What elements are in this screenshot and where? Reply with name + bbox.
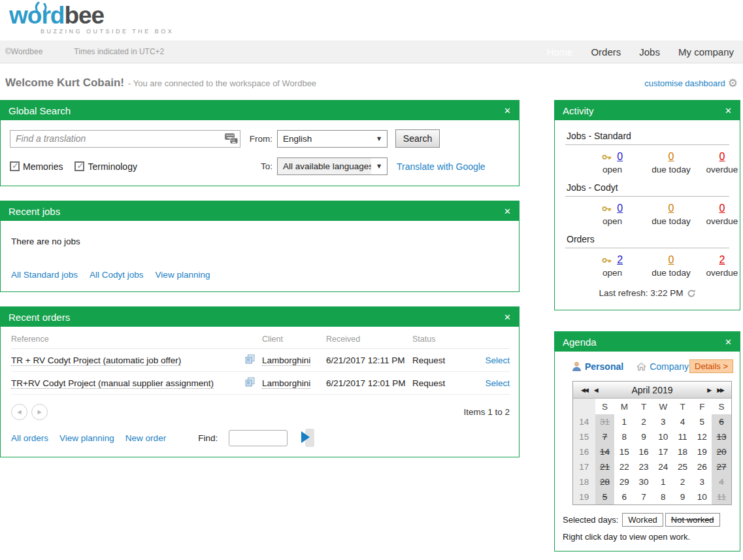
calendar-day[interactable]: 6 bbox=[712, 414, 731, 429]
calendar-day[interactable]: 8 bbox=[614, 429, 634, 444]
view-planning-link[interactable]: View planning bbox=[59, 433, 114, 443]
due-today-count-link[interactable]: 0 bbox=[669, 203, 674, 214]
calendar-day[interactable]: 9 bbox=[673, 489, 693, 504]
search-input[interactable] bbox=[10, 130, 240, 148]
due-today-count-link[interactable]: 0 bbox=[669, 151, 674, 162]
calendar-day[interactable]: 1 bbox=[653, 474, 673, 489]
checkbox-checked-icon[interactable] bbox=[10, 161, 20, 171]
prev-page-button[interactable]: ◀ bbox=[11, 404, 27, 420]
calendar-day[interactable]: 15 bbox=[614, 444, 634, 459]
close-icon[interactable]: ✕ bbox=[504, 206, 511, 216]
calendar-day[interactable]: 9 bbox=[634, 429, 653, 444]
calendar-day[interactable]: 16 bbox=[634, 444, 653, 459]
open-count-link[interactable]: 2 bbox=[617, 254, 623, 265]
calendar-prev-year-icon[interactable]: ◀◀ bbox=[581, 387, 587, 393]
calendar-day[interactable]: 11 bbox=[673, 429, 693, 444]
calendar-day[interactable]: 25 bbox=[673, 459, 693, 474]
overdue-count-link[interactable]: 0 bbox=[719, 151, 725, 162]
calendar-day[interactable]: 4 bbox=[712, 474, 731, 489]
calendar-day[interactable]: 17 bbox=[653, 444, 673, 459]
next-page-button[interactable]: ▶ bbox=[31, 404, 48, 420]
calendar-day[interactable]: 21 bbox=[595, 459, 615, 474]
calendar-day[interactable]: 2 bbox=[673, 474, 693, 489]
overdue-count-link[interactable]: 0 bbox=[719, 203, 725, 214]
overdue-count-link[interactable]: 2 bbox=[719, 254, 725, 265]
calendar-day[interactable]: 2 bbox=[634, 414, 653, 429]
view-planning-link[interactable]: View planning bbox=[156, 270, 210, 280]
calendar-day[interactable]: 27 bbox=[712, 459, 731, 474]
calendar-day[interactable]: 3 bbox=[692, 474, 712, 489]
from-language-select[interactable]: English ▼ bbox=[277, 130, 388, 148]
gear-icon[interactable]: ⚙ bbox=[728, 78, 738, 89]
order-select-link[interactable]: Select bbox=[485, 355, 510, 365]
calendar-next-year-icon[interactable]: ▶▶ bbox=[717, 387, 723, 393]
memories-checkbox[interactable]: Memories bbox=[10, 161, 63, 172]
calendar-day[interactable]: 7 bbox=[595, 429, 615, 444]
calendar-day[interactable]: 5 bbox=[692, 414, 712, 429]
calendar-day[interactable]: 12 bbox=[692, 429, 712, 444]
calendar-day[interactable]: 10 bbox=[692, 489, 712, 504]
open-count-link[interactable]: 0 bbox=[617, 151, 623, 162]
due-today-count-link[interactable]: 0 bbox=[669, 254, 674, 265]
new-order-link[interactable]: New order bbox=[125, 433, 166, 443]
calendar-day[interactable]: 10 bbox=[653, 429, 673, 444]
calendar-day[interactable]: 18 bbox=[673, 444, 693, 459]
calendar-day[interactable]: 5 bbox=[595, 489, 615, 504]
calendar-day[interactable]: 11 bbox=[712, 489, 731, 504]
calendar-day[interactable]: 22 bbox=[614, 459, 634, 474]
wordbee-logo[interactable]: wordbee bbox=[9, 4, 743, 27]
all-codyt-jobs-link[interactable]: All Codyt jobs bbox=[90, 270, 144, 280]
tab-company[interactable]: Company bbox=[636, 361, 689, 372]
to-language-select[interactable]: All available languages ▼ bbox=[277, 157, 388, 175]
order-reference-link[interactable]: TR+RV Codyt Project (manual supplier ass… bbox=[11, 378, 214, 389]
calendar-day[interactable]: 24 bbox=[653, 459, 673, 474]
terminology-checkbox[interactable]: Terminology bbox=[74, 161, 137, 172]
worked-button[interactable]: Worked bbox=[622, 513, 663, 527]
calendar-day[interactable]: 13 bbox=[712, 429, 731, 444]
calendar-day[interactable]: 29 bbox=[614, 474, 634, 489]
close-icon[interactable]: ✕ bbox=[725, 337, 732, 347]
nav-home[interactable]: Home bbox=[546, 46, 572, 58]
calendar-day[interactable]: 14 bbox=[595, 444, 615, 459]
calendar-day[interactable]: 1 bbox=[614, 414, 634, 429]
close-icon[interactable]: ✕ bbox=[504, 106, 511, 116]
order-select-link[interactable]: Select bbox=[485, 378, 510, 388]
nav-jobs[interactable]: Jobs bbox=[639, 46, 660, 58]
calendar-day[interactable]: 20 bbox=[712, 444, 731, 459]
calendar-day[interactable]: 23 bbox=[634, 459, 653, 474]
calendar-day[interactable]: 6 bbox=[614, 489, 634, 504]
calendar-day[interactable]: 7 bbox=[634, 489, 653, 504]
chevron-down-icon[interactable]: ▼ bbox=[371, 136, 387, 142]
calendar-day[interactable]: 31 bbox=[595, 414, 615, 429]
nav-orders[interactable]: Orders bbox=[591, 46, 621, 58]
virtual-keyboard-icon[interactable] bbox=[224, 133, 239, 147]
calendar-day[interactable]: 3 bbox=[653, 414, 673, 429]
refresh-icon[interactable] bbox=[687, 289, 696, 298]
find-go-button[interactable] bbox=[300, 428, 314, 448]
calendar-next-month-icon[interactable]: ▶ bbox=[707, 387, 710, 393]
checkbox-checked-icon[interactable] bbox=[74, 161, 84, 171]
close-icon[interactable]: ✕ bbox=[504, 312, 511, 322]
all-standard-jobs-link[interactable]: All Standard jobs bbox=[11, 270, 78, 280]
all-orders-link[interactable]: All orders bbox=[11, 433, 48, 443]
tab-personal[interactable]: Personal bbox=[572, 361, 623, 372]
translate-with-google-link[interactable]: Translate with Google bbox=[397, 161, 486, 172]
chevron-down-icon[interactable]: ▼ bbox=[371, 163, 387, 169]
search-button[interactable]: Search bbox=[395, 129, 440, 148]
order-client-link[interactable]: Lamborghini bbox=[262, 355, 310, 366]
close-icon[interactable]: ✕ bbox=[725, 106, 732, 116]
calendar-day[interactable]: 4 bbox=[673, 414, 693, 429]
find-input[interactable] bbox=[229, 430, 288, 446]
calendar-prev-month-icon[interactable]: ◀ bbox=[594, 387, 597, 393]
customise-dashboard-link[interactable]: customise dashboard bbox=[644, 78, 725, 88]
nav-my-company[interactable]: My company bbox=[678, 46, 734, 58]
calendar-day[interactable]: 8 bbox=[653, 489, 673, 504]
not-worked-button[interactable]: Not worked bbox=[665, 513, 720, 527]
order-reference-link[interactable]: TR + RV Codyt Project (automatic job off… bbox=[11, 355, 181, 366]
order-client-link[interactable]: Lamborghini bbox=[262, 378, 310, 389]
calendar-day[interactable]: 26 bbox=[692, 459, 712, 474]
open-count-link[interactable]: 0 bbox=[617, 203, 623, 214]
details-button[interactable]: Details > bbox=[689, 359, 733, 373]
calendar-day[interactable]: 30 bbox=[634, 474, 653, 489]
calendar-day[interactable]: 28 bbox=[595, 474, 615, 489]
